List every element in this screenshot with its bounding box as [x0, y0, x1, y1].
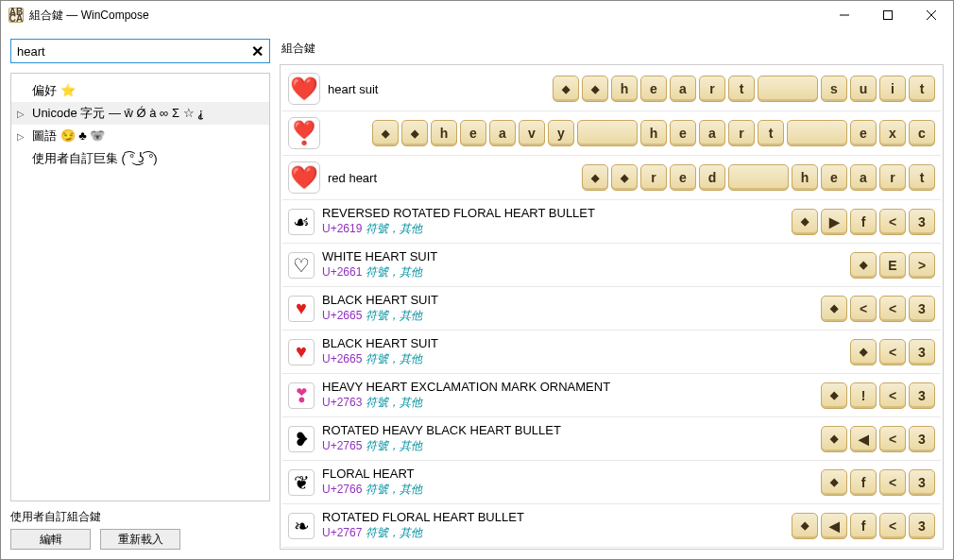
key-cap: [582, 76, 608, 102]
key-cap: t: [728, 76, 755, 102]
key-cap: E: [879, 252, 906, 279]
char-name: REVERSED ROTATED FLORAL HEART BULLET: [322, 206, 784, 220]
sidebar-item-1[interactable]: ▷Unicode 字元 — ŵ Ǿ à ∞ Σ ☆ ⸘: [11, 102, 269, 125]
search-input[interactable]: [17, 44, 251, 59]
char-name: ROTATED FLORAL HEART BULLET: [322, 510, 784, 524]
char-name: BLACK HEART SUIT: [322, 293, 813, 307]
glyph-preview: ❧: [288, 513, 315, 539]
key-cap: r: [728, 120, 755, 146]
category: 符號，其他: [362, 309, 421, 322]
key-cap: 3: [909, 469, 935, 496]
char-meta: U+2619 符號，其他: [322, 221, 784, 237]
key-cap: [758, 76, 818, 102]
key-sequence: f<3: [821, 469, 935, 496]
row-text: red heart: [328, 171, 574, 185]
glyph-preview: ♥: [288, 339, 315, 365]
category: 符號，其他: [362, 483, 421, 496]
sequence-row[interactable]: ☙REVERSED ROTATED FLORAL HEART BULLETU+2…: [282, 200, 941, 244]
key-sequence: ◀f<3: [792, 513, 935, 539]
char-name: red heart: [328, 171, 574, 185]
reload-button[interactable]: 重新載入: [100, 529, 180, 550]
sequence-row[interactable]: ❤️red heartredheart: [282, 156, 941, 200]
key-cap: <: [879, 469, 906, 496]
key-cap: [611, 164, 638, 191]
key-sequence: heartsuit: [553, 76, 935, 102]
key-cap: e: [670, 164, 696, 191]
search-input-container[interactable]: ✕: [10, 39, 270, 63]
category: 符號，其他: [362, 526, 421, 539]
sequence-row[interactable]: ❤️heart suitheartsuit: [282, 67, 941, 111]
glyph-preview: ♥: [288, 296, 315, 322]
key-cap: >: [909, 252, 935, 279]
sidebar-item-label: Unicode 字元 — ŵ Ǿ à ∞ Σ ☆ ⸘: [32, 105, 204, 122]
close-button[interactable]: [910, 1, 953, 29]
key-cap: d: [699, 164, 725, 191]
key-cap: [787, 120, 847, 146]
key-cap: [792, 209, 818, 235]
row-text: WHITE HEART SUITU+2661 符號，其他: [322, 249, 843, 280]
svg-rect-1: [884, 11, 893, 20]
char-name: ROTATED HEAVY BLACK HEART BULLET: [322, 423, 813, 437]
key-cap: e: [460, 120, 486, 146]
key-cap: 3: [909, 426, 935, 452]
minimize-button[interactable]: [823, 1, 866, 29]
sidebar-item-label: 使用者自訂巨集 ( ͡° ͜ʖ ͡°): [32, 150, 158, 167]
row-text: heart suit: [328, 82, 545, 96]
expander-icon[interactable]: ▷: [17, 131, 25, 142]
key-cap: f: [850, 469, 877, 496]
key-cap: ◀: [821, 513, 847, 539]
char-meta: U+2767 符號，其他: [322, 525, 784, 541]
category: 符號，其他: [362, 396, 421, 409]
sequence-row[interactable]: ❥ROTATED HEAVY BLACK HEART BULLETU+2765 …: [282, 417, 941, 461]
row-text: FLORAL HEARTU+2766 符號，其他: [322, 467, 813, 498]
sequence-row[interactable]: ❦FLORAL HEARTU+2766 符號，其他f<3: [282, 461, 941, 504]
window-title: 組合鍵 — WinCompose: [29, 8, 149, 24]
edit-button[interactable]: 編輯: [10, 529, 91, 550]
sequence-row[interactable]: 🂱PLAYING CARD ACE OF HEARTSU+1F0B1 符號，其他…: [282, 548, 941, 550]
glyph-preview: ❣️: [288, 117, 320, 149]
sequence-row[interactable]: ❧ROTATED FLORAL HEART BULLETU+2767 符號，其他…: [282, 504, 941, 548]
key-cap: <: [879, 209, 906, 235]
key-sequence: <<3: [821, 296, 935, 322]
row-text: ROTATED HEAVY BLACK HEART BULLETU+2765 符…: [322, 423, 813, 454]
clear-search-icon[interactable]: ✕: [251, 42, 264, 60]
key-cap: x: [879, 120, 906, 146]
key-cap: e: [640, 76, 667, 102]
sequence-list[interactable]: ❤️heart suitheartsuit❣️heavyheartexc❤️re…: [280, 64, 944, 550]
sidebar-item-0[interactable]: 偏好 ⭐: [11, 79, 269, 102]
key-cap: [821, 296, 847, 322]
key-cap: [821, 382, 847, 409]
key-cap: 3: [909, 382, 935, 409]
sidebar-item-label: 圖語 😏 ♣ 🐨: [32, 127, 105, 144]
key-cap: t: [758, 120, 784, 146]
main-header: 組合鍵: [280, 39, 944, 64]
key-cap: <: [879, 339, 906, 365]
sequence-row[interactable]: ❣️heavyheartexc: [282, 111, 941, 156]
sequence-row[interactable]: ♡WHITE HEART SUITU+2661 符號，其他E>: [282, 244, 941, 287]
maximize-button[interactable]: [866, 1, 910, 29]
key-sequence: <3: [850, 339, 935, 365]
key-cap: a: [850, 164, 877, 191]
key-cap: [821, 426, 847, 452]
char-meta: U+2763 符號，其他: [322, 395, 813, 411]
key-cap: r: [879, 164, 906, 191]
key-cap: 3: [909, 209, 935, 235]
expander-icon[interactable]: ▷: [17, 109, 25, 119]
key-cap: ◀: [850, 426, 877, 452]
key-cap: r: [699, 76, 725, 102]
sidebar-item-3[interactable]: 使用者自訂巨集 ( ͡° ͜ʖ ͡°): [11, 147, 269, 170]
sequence-row[interactable]: ♥BLACK HEART SUITU+2665 符號，其他<3: [282, 331, 941, 374]
codepoint: U+2665: [322, 309, 362, 322]
category-tree[interactable]: 偏好 ⭐▷Unicode 字元 — ŵ Ǿ à ∞ Σ ☆ ⸘▷圖語 😏 ♣ 🐨…: [10, 73, 270, 501]
footer-label: 使用者自訂組合鍵: [10, 509, 270, 525]
char-name: heart suit: [328, 82, 545, 96]
key-cap: <: [879, 382, 906, 409]
sequence-row[interactable]: ♥BLACK HEART SUITU+2665 符號，其他<<3: [282, 287, 941, 331]
char-meta: U+2766 符號，其他: [322, 482, 813, 498]
sidebar-item-2[interactable]: ▷圖語 😏 ♣ 🐨: [11, 125, 269, 147]
key-cap: h: [792, 164, 818, 191]
key-sequence: !<3: [821, 382, 935, 409]
sequence-row[interactable]: ❣HEAVY HEART EXCLAMATION MARK ORNAMENTU+…: [282, 374, 941, 417]
category: 符號，其他: [362, 352, 421, 365]
key-sequence: heavyheartexc: [372, 120, 935, 146]
